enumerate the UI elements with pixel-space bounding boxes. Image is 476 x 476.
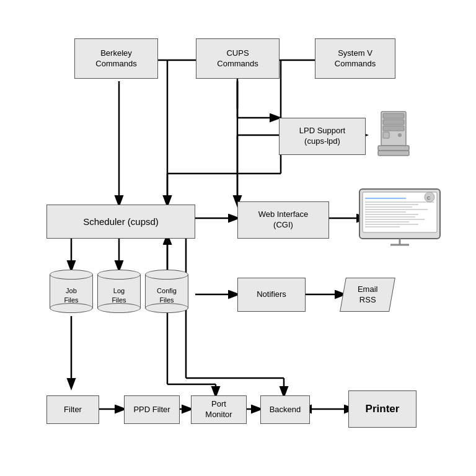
diagram: Berkeley Commands CUPSCommands System VC…: [0, 0, 476, 476]
server-icon: [372, 108, 415, 164]
printer-label: Printer: [366, 402, 400, 416]
cups-commands-box: CUPSCommands: [196, 38, 280, 79]
screen-icon: C: [356, 186, 443, 248]
svg-rect-38: [383, 126, 404, 131]
email-rss-box: EmailRSS: [340, 278, 395, 312]
email-rss-label: EmailRSS: [358, 284, 378, 306]
job-files-label: JobFiles: [50, 275, 93, 309]
systemv-commands-box: System VCommands: [315, 38, 395, 79]
lpd-support-label: LPD Support(cups-lpd): [299, 126, 345, 147]
svg-rect-37: [383, 120, 404, 125]
berkeley-commands-box: Berkeley Commands: [74, 38, 158, 79]
port-monitor-box: PortMonitor: [191, 395, 247, 424]
svg-point-42: [398, 133, 402, 137]
filter-label: Filter: [64, 405, 82, 415]
web-interface-box: Web Interface(CGI): [237, 201, 329, 239]
lpd-support-box: LPD Support(cups-lpd): [279, 118, 366, 155]
scheduler-label: Scheduler (cupsd): [83, 216, 159, 228]
svg-line-9: [195, 135, 237, 218]
notifiers-label: Notifiers: [257, 289, 286, 300]
svg-text:C: C: [427, 196, 430, 200]
systemv-commands-label: System VCommands: [335, 48, 376, 69]
cups-commands-label: CUPSCommands: [217, 48, 258, 69]
backend-label: Backend: [270, 405, 301, 415]
cylinder-top-1: [50, 270, 93, 280]
log-files-label: LogFiles: [97, 275, 141, 309]
notifiers-box: Notifiers: [237, 278, 306, 312]
berkeley-commands-label: Berkeley Commands: [80, 48, 152, 69]
config-files-label: ConfigFiles: [145, 275, 188, 309]
log-files-cylinder: LogFiles: [97, 270, 141, 309]
job-files-cylinder: JobFiles: [50, 270, 93, 309]
web-interface-label: Web Interface(CGI): [258, 209, 309, 231]
cylinder-top-3: [145, 270, 188, 280]
svg-rect-39: [383, 132, 389, 138]
filter-box: Filter: [46, 395, 99, 424]
ppd-filter-box: PPD Filter: [124, 395, 180, 424]
svg-rect-41: [378, 151, 409, 156]
scheduler-box: Scheduler (cupsd): [46, 205, 195, 239]
printer-box: Printer: [348, 390, 416, 428]
port-monitor-label: PortMonitor: [205, 399, 232, 420]
config-files-cylinder: ConfigFiles: [145, 270, 188, 309]
svg-rect-40: [378, 146, 409, 151]
cylinder-top-2: [97, 270, 141, 280]
backend-box: Backend: [260, 395, 310, 424]
ppd-filter-label: PPD Filter: [133, 405, 170, 415]
svg-rect-36: [383, 113, 404, 118]
